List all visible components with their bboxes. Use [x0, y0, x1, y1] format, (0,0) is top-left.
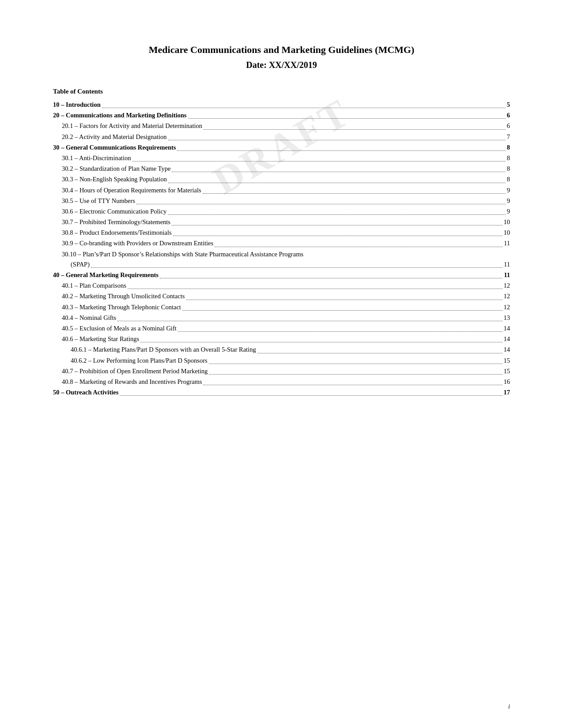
toc-entry-30-8: 30.8 – Product Endorsements/Testimonials… — [53, 228, 510, 238]
toc-entry-40-5: 40.5 – Exclusion of Meals as a Nominal G… — [53, 323, 510, 334]
toc-entry-40-8: 40.8 – Marketing of Rewards and Incentiv… — [53, 377, 510, 387]
toc-entry-comm-defs: 20 – Communications and Marketing Defini… — [53, 110, 510, 120]
toc-entry-30-6: 30.6 – Electronic Communication Policy 9 — [53, 206, 510, 217]
toc-container: 10 – Introduction 5 20 – Communications … — [53, 100, 510, 398]
toc-entry-30-3: 30.3 – Non-English Speaking Population 8 — [53, 174, 510, 184]
toc-entry-40-6-2: 40.6.2 – Low Performing Icon Plans/Part … — [53, 356, 510, 366]
toc-entry-30-5: 30.5 – Use of TTY Numbers 9 — [53, 196, 510, 206]
document-page: DRAFT Medicare Communications and Market… — [0, 0, 563, 728]
toc-entry-40-2: 40.2 – Marketing Through Unsolicited Con… — [53, 291, 510, 301]
toc-entry-20-1: 20.1 – Factors for Activity and Material… — [53, 121, 510, 131]
toc-entry-30-9: 30.9 – Co-branding with Providers or Dow… — [53, 238, 510, 248]
toc-entry-gen-mkt: 40 – General Marketing Requirements 11 — [53, 270, 510, 280]
date-value: XX/XX/2019 — [269, 60, 317, 70]
toc-entry-40-7: 40.7 – Prohibition of Open Enrollment Pe… — [53, 366, 510, 376]
toc-entry-30-7: 30.7 – Prohibited Terminology/Statements… — [53, 217, 510, 227]
toc-entry-30-2: 30.2 – Standardization of Plan Name Type… — [53, 164, 510, 174]
toc-entry-20-2: 20.2 – Activity and Material Designation… — [53, 132, 510, 142]
page-title: Medicare Communications and Marketing Gu… — [53, 44, 510, 56]
toc-heading: Table of Contents — [53, 88, 510, 95]
date-label: Date: — [246, 60, 267, 70]
toc-entry-40-1: 40.1 – Plan Comparisons 12 — [53, 281, 510, 291]
toc-entry-40-4: 40.4 – Nominal Gifts 13 — [53, 313, 510, 323]
page-footer: i — [508, 703, 510, 710]
toc-entry-40-6-1: 40.6.1 – Marketing Plans/Part D Sponsors… — [53, 345, 510, 355]
toc-entry-gen-comm: 30 – General Communications Requirements… — [53, 143, 510, 153]
toc-entry-30-10: 30.10 – Plan’s/Part D Sponsor’s Relation… — [53, 249, 510, 270]
page-date: Date: XX/XX/2019 — [53, 60, 510, 70]
toc-entry-40-3: 40.3 – Marketing Through Telephonic Cont… — [53, 302, 510, 312]
toc-entry-30-4: 30.4 – Hours of Operation Requirements f… — [53, 185, 510, 195]
toc-entry-intro: 10 – Introduction 5 — [53, 100, 510, 110]
toc-entry-30-1: 30.1 – Anti-Discrimination 8 — [53, 153, 510, 163]
toc-entry-50: 50 – Outreach Activities 17 — [53, 387, 510, 398]
toc-entry-40-6: 40.6 – Marketing Star Ratings 14 — [53, 334, 510, 344]
